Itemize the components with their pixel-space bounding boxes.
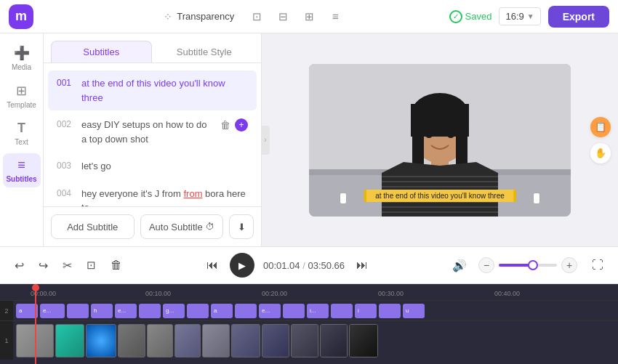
add-subtitle-after-icon[interactable]: +	[235, 118, 248, 132]
sidebar-item-text[interactable]: T Text	[3, 116, 41, 150]
download-icon: ⬇	[238, 222, 246, 232]
tab-subtitles[interactable]: Subtitles	[51, 41, 152, 62]
auto-subtitle-button[interactable]: Auto Subtitle ⏱	[140, 214, 224, 239]
sidebar-item-subtitles[interactable]: ≡ Subtitles	[3, 153, 41, 187]
sub-clip-5[interactable]: e...	[115, 304, 137, 318]
sub-clip-14[interactable]	[331, 304, 353, 318]
timeline-ruler: 00:00.00 00:10.00 00:20.00 00:30.00 00:4…	[0, 284, 618, 300]
download-subtitles-button[interactable]: ⬇	[229, 214, 254, 239]
svg-rect-15	[456, 118, 467, 169]
current-time: 00:01.04	[263, 260, 300, 271]
tab-subtitle-style[interactable]: Subtitle Style	[155, 41, 254, 62]
vid-clip-10[interactable]	[291, 324, 318, 357]
vid-clip-5[interactable]	[147, 324, 173, 357]
vid-clip-inner-8	[232, 325, 260, 357]
skip-forward-button[interactable]: ⏭	[353, 256, 371, 275]
redo-button[interactable]: ↪	[36, 256, 51, 275]
zoom-out-button[interactable]: −	[478, 257, 494, 273]
subtitle-item-3[interactable]: 003 let's go	[48, 153, 257, 179]
subtitle-item-1[interactable]: 001 at the end of this video you'll know…	[48, 70, 257, 110]
video-scene: at the end of this video you'll know thr…	[309, 64, 571, 217]
sidebar-item-media-label: Media	[12, 63, 31, 71]
sub-clip-4[interactable]: h	[91, 304, 113, 318]
undo-button[interactable]: ↩	[12, 256, 27, 275]
ratio-selector[interactable]: 16:9 ▼	[499, 7, 540, 25]
ruler-mark-4: 00:40.00	[494, 286, 520, 299]
ratio-label: 16:9	[505, 11, 523, 22]
sub-clip-2[interactable]: e...	[40, 304, 65, 318]
video-caption: at the end of this video you'll know thr…	[364, 190, 516, 202]
subtitle-num-1: 001	[57, 76, 74, 88]
text-icon: T	[17, 121, 25, 136]
sub-clip-7[interactable]: g...	[163, 304, 185, 318]
vid-clip-8[interactable]	[231, 324, 260, 357]
subtitle-num-3: 003	[57, 159, 74, 171]
transparency-button[interactable]: ⁘ Transparency	[156, 8, 241, 25]
sub-clip-3[interactable]	[67, 304, 89, 318]
panel-collapse-handle[interactable]: ›	[261, 126, 270, 155]
sub-clip-13[interactable]: i...	[307, 304, 329, 318]
sidebar-item-media[interactable]: ➕ Media	[3, 41, 41, 76]
sub-clip-1[interactable]: a	[16, 304, 38, 318]
template-icon: ⊞	[16, 83, 27, 99]
collapse-chevron-icon: ›	[264, 136, 266, 144]
sub-clip-16[interactable]	[379, 304, 401, 318]
ruler-label-3: 00:30.00	[378, 290, 404, 297]
sub-clip-12[interactable]	[283, 304, 305, 318]
vid-clip-inner-1	[17, 325, 53, 357]
sub-clip-9[interactable]: a	[211, 304, 233, 318]
subtitle-num-4: 004	[57, 187, 74, 198]
zoom-in-button[interactable]: +	[561, 257, 577, 273]
delete-subtitle-icon[interactable]: 🗑	[219, 118, 232, 132]
flip-button[interactable]: ⊟	[272, 6, 294, 28]
top-bar: m ⁘ Transparency ⊡ ⊟ ⊞ ≡ ✓ Saved 16:9 ▼ …	[0, 0, 618, 33]
vid-clip-2[interactable]	[55, 324, 84, 357]
vid-clip-9[interactable]	[262, 324, 289, 357]
track-label-2: 2	[0, 301, 13, 320]
vid-clip-4[interactable]	[118, 324, 145, 357]
vid-clip-3[interactable]	[86, 324, 116, 357]
sub-clip-15[interactable]: i	[355, 304, 377, 318]
transparency-label: Transparency	[177, 11, 234, 22]
vid-clip-12[interactable]	[349, 324, 378, 357]
play-button[interactable]: ▶	[230, 253, 254, 278]
panel-tabs: Subtitles Subtitle Style	[44, 33, 261, 63]
delete-button[interactable]: 🗑	[108, 256, 125, 275]
vid-clip-inner-9	[262, 325, 289, 357]
cut-button[interactable]: ✂	[60, 256, 75, 275]
logo-button[interactable]: m	[9, 4, 33, 29]
subtitle-item-2[interactable]: 002 easy DIY setups on how to do a top d…	[48, 112, 257, 152]
ruler-label-0: 00:00.00	[31, 290, 56, 297]
add-subtitle-button[interactable]: Add Subtitle	[51, 214, 135, 239]
sub-clip-10[interactable]	[235, 304, 257, 318]
sub-clip-6[interactable]	[139, 304, 161, 318]
subtitle-item-4[interactable]: 004 hey everyone it's J from from bora h…	[48, 181, 257, 207]
timeline-area: 00:00.00 00:10.00 00:20.00 00:30.00 00:4…	[0, 284, 618, 364]
fullscreen-button[interactable]: ⛶	[589, 256, 606, 275]
sub-clip-17[interactable]: u	[403, 304, 425, 318]
zoom-slider[interactable]	[499, 264, 557, 267]
export-button[interactable]: Export	[548, 6, 609, 28]
crop-button[interactable]: ⊡	[84, 256, 99, 275]
vid-clip-1[interactable]	[16, 324, 54, 357]
total-time: 03:50.66	[308, 260, 345, 271]
hand-tool[interactable]: ✋	[590, 143, 611, 163]
crop-frame-button[interactable]: ⊞	[298, 6, 320, 28]
vid-clip-7[interactable]	[202, 324, 230, 357]
sub-clip-11[interactable]: e...	[259, 304, 281, 318]
volume-button[interactable]: 🔊	[449, 256, 470, 275]
layout-button[interactable]: ≡	[324, 6, 346, 28]
auto-subtitle-label: Auto Subtitle	[149, 222, 203, 232]
caption-handle-right[interactable]	[533, 193, 540, 204]
sidebar-item-template[interactable]: ⊞ Template	[3, 78, 41, 113]
copy-frame-button[interactable]: ⊡	[246, 6, 268, 28]
vid-clip-6[interactable]	[174, 324, 201, 357]
caption-handle-left[interactable]	[340, 193, 347, 204]
notepad-tool[interactable]: 📋	[590, 117, 611, 137]
auto-subtitle-clock-icon: ⏱	[206, 222, 214, 232]
subtitle-text-1: at the end of this video you'll know thr…	[81, 76, 248, 105]
skip-back-button[interactable]: ⏮	[204, 256, 221, 275]
sub-clip-8[interactable]	[187, 304, 209, 318]
vid-clip-11[interactable]	[320, 324, 348, 357]
controls-bar: ↩ ↪ ✂ ⊡ 🗑 ⏮ ▶ 00:01.04 / 03:50.66 ⏭ 🔊 − …	[0, 246, 618, 284]
